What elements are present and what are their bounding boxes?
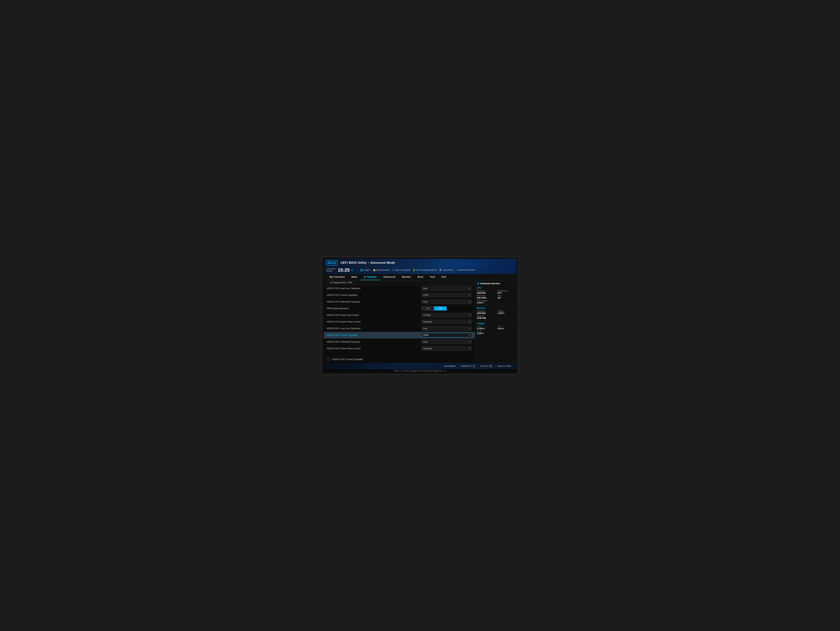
info-bar: i VDDCR SOC Current Capability — [324, 356, 475, 363]
nav-tool[interactable]: Tool — [427, 274, 438, 280]
hw-cpu-ratio-col: Ratio 32x — [497, 295, 515, 299]
setting-label-soc-current-cap: VDDCR SOC Current Capability — [327, 334, 422, 337]
footer-links: Last Modified EzMode(F7) ⬝ Hot Keys ? Se… — [441, 364, 513, 368]
setting-control-soc-llc[interactable]: Auto ▼ — [422, 326, 472, 331]
dropdown-soc-llc[interactable]: Auto ▼ — [422, 326, 472, 331]
header-banner: /ISUS UEFI BIOS Utility – Advanced Mode … — [324, 259, 516, 274]
setting-row-cpu-pdc: VDDCR CPU Power Duty Control T.Probe ▼ — [324, 312, 475, 319]
toolbar-language[interactable]: 🌐 English — [360, 269, 370, 272]
setting-row-cpu-sw-freq: VDDCR CPU Switching Frequency Auto ▼ — [324, 299, 475, 305]
dropdown-cpu-pdc[interactable]: T.Probe ▼ — [422, 313, 472, 317]
settings-gear-icon[interactable]: ⚙ — [351, 269, 353, 272]
toolbar-eztuning[interactable]: ⚡ EZ Tuning Wizard(F11) — [413, 269, 437, 272]
hw-core-voltage-col: Core Voltage 1.054 V — [477, 300, 515, 304]
setting-label-soc-llc: VDDCR SOC Load Line Calibration — [327, 327, 422, 330]
dropdown-soc-ppc[interactable]: Standard ▼ — [422, 346, 472, 351]
hw-v12-label: +12V — [477, 326, 494, 327]
main-area: ← Ai Tweaker\DIGI+ VRM VDDCR CPU Load Li… — [324, 280, 516, 363]
dropdown-soc-current-cap[interactable]: 120% ▼ — [422, 333, 472, 337]
hw-mem-voltage-value: 1.350 V — [497, 312, 515, 314]
toolbar-aura[interactable]: ✦ AURA ON/OFF(F4) — [455, 269, 475, 272]
toolbar-search[interactable]: 🔍 Search(F9) — [439, 269, 453, 272]
hw-mem-voltage-label: Voltage — [497, 310, 515, 312]
nav-main[interactable]: Main — [348, 274, 360, 280]
info-icon: i — [327, 357, 330, 361]
toolbar-qfan[interactable]: ⚙ Qfan Control(F6) — [392, 269, 410, 272]
hw-v5-value: 5.014 V — [497, 327, 515, 330]
nav-my-favorites[interactable]: My Favorites — [326, 274, 348, 280]
hw-memory-section: Memory — [477, 307, 515, 309]
settings-table: VDDCR CPU Load Line Calibration Auto ▼ V… — [324, 285, 475, 352]
dropdown-cpu-ppc[interactable]: Standard ▼ — [422, 319, 472, 324]
dropdown-cpu-sw-freq[interactable]: Auto ▼ — [422, 300, 472, 304]
hw-apu-freq-label: APU Freq — [477, 295, 494, 297]
footer-last-modified[interactable]: Last Modified — [441, 364, 458, 368]
toggle-off-option[interactable]: Off — [434, 307, 447, 310]
setting-control-soc-ppc[interactable]: Standard ▼ — [422, 346, 472, 351]
dropdown-cpu-llc[interactable]: Auto ▼ — [422, 286, 472, 291]
hw-cpu-temp-col: Temperature 52°C — [497, 290, 515, 294]
hw-mem-capacity-label: Capacity — [477, 315, 515, 317]
asus-logo: /ISUS — [326, 260, 338, 266]
chevron-down-icon: ▼ — [469, 327, 471, 329]
nav-advanced[interactable]: Advanced — [380, 274, 398, 280]
hw-v12-col: +12V 12.033 V — [477, 326, 494, 330]
setting-row-vrm-spread: VRM Spread Spectrum On Off — [324, 305, 475, 312]
dropdown-soc-sw-freq[interactable]: Auto ▼ — [422, 340, 472, 344]
hw-v33-label: +3.3V — [477, 330, 515, 332]
toggle-vrm-spread[interactable]: On Off — [422, 306, 447, 311]
nav-ai-tweaker[interactable]: Ai Tweaker — [360, 274, 380, 280]
nav-exit[interactable]: Exit — [438, 274, 449, 280]
hw-divider-1 — [477, 305, 515, 305]
hw-cpu-core-voltage-row: Core Voltage 1.054 V — [477, 300, 515, 304]
footer-ezmode[interactable]: EzMode(F7) ⬝ — [458, 364, 478, 368]
nav-monitor[interactable]: Monitor — [398, 274, 414, 280]
setting-control-cpu-current-cap[interactable]: 120% ▼ — [422, 293, 472, 297]
version-text: Version 2.17.1246. Copyright (C) 2018 Am… — [324, 369, 516, 372]
info-text: VDDCR SOC Current Capability — [332, 358, 363, 361]
hw-ratio-value: 32x — [497, 297, 515, 299]
toggle-on-option[interactable]: On — [422, 307, 434, 310]
hw-v33-col: +3.3V 3.335 V — [477, 330, 515, 334]
setting-control-soc-current-cap[interactable]: 120% ▼ — [422, 333, 472, 337]
chevron-down-icon: ▼ — [469, 341, 471, 343]
footer-search-faq[interactable]: Search on FAQ — [495, 364, 513, 368]
hw-cpu-freq-col: Frequency 3200 MHz — [477, 290, 494, 294]
setting-control-cpu-pdc[interactable]: T.Probe ▼ — [422, 313, 472, 317]
globe-icon: 🌐 — [360, 269, 363, 272]
bios-title: UEFI BIOS Utility – Advanced Mode — [340, 261, 395, 265]
setting-row-soc-current-cap[interactable]: VDDCR SOC Current Capability 120% ▼ — [324, 332, 475, 338]
hw-monitor-title: 🖥 Hardware Monitor — [477, 282, 515, 285]
setting-label-soc-sw-freq: VDDCR SOC Switching Frequency — [327, 341, 422, 343]
hw-cpu-apu-ratio-row: APU Freq 100.0 MHz Ratio 32x — [477, 295, 515, 299]
star-icon: ⭐ — [373, 269, 376, 272]
hw-v12-v5-row: +12V 12.033 V +5V 5.014 V — [477, 326, 515, 330]
setting-row-cpu-llc: VDDCR CPU Load Line Calibration Auto ▼ — [324, 285, 475, 292]
nav-bar: My Favorites Main Ai Tweaker Advanced Mo… — [324, 274, 516, 280]
breadcrumb-text: Ai Tweaker\DIGI+ VRM — [330, 281, 352, 284]
setting-control-vrm-spread[interactable]: On Off — [422, 306, 472, 311]
ezmode-key-badge: ⬝ — [472, 365, 475, 367]
nav-boot[interactable]: Boot — [414, 274, 427, 280]
setting-control-cpu-ppc[interactable]: Standard ▼ — [422, 319, 472, 324]
hw-mem-voltage-col: Voltage 1.350 V — [497, 310, 515, 314]
hw-cpu-freq-label: Frequency — [477, 290, 494, 292]
left-panel: ← Ai Tweaker\DIGI+ VRM VDDCR CPU Load Li… — [324, 280, 475, 363]
search-icon: 🔍 — [439, 269, 442, 272]
setting-label-cpu-sw-freq: VDDCR CPU Switching Frequency — [327, 300, 422, 303]
setting-control-cpu-llc[interactable]: Auto ▼ — [422, 286, 472, 291]
hw-mem-capacity-value: 16384 MB — [477, 317, 515, 319]
setting-row-soc-ppc: VDDCR SOC Power Phase Control Standard ▼ — [324, 345, 475, 352]
back-arrow-icon[interactable]: ← — [327, 281, 329, 284]
hw-v33-row: +3.3V 3.335 V — [477, 330, 515, 334]
chevron-down-icon: ▼ — [469, 321, 471, 323]
chevron-down-icon: ▼ — [469, 301, 471, 303]
chevron-down-icon: ▼ — [469, 348, 471, 350]
dropdown-cpu-current-cap[interactable]: 120% ▼ — [422, 293, 472, 297]
toolbar-myfavorite[interactable]: ⭐ MyFavorite(F3) — [373, 269, 390, 272]
setting-control-soc-sw-freq[interactable]: Auto ▼ — [422, 340, 472, 344]
lightning-icon: ⚡ — [413, 269, 416, 272]
setting-control-cpu-sw-freq[interactable]: Auto ▼ — [422, 300, 472, 304]
hw-cpu-freq-temp-row: Frequency 3200 MHz Temperature 52°C — [477, 290, 515, 294]
footer-hotkeys[interactable]: Hot Keys ? — [478, 364, 495, 368]
